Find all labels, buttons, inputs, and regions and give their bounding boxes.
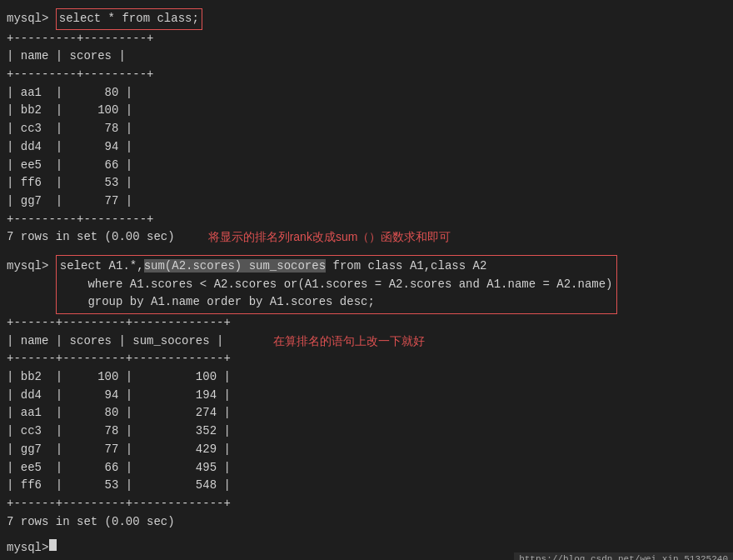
table2-header: | name | scores | sum_socores | <box>7 332 223 351</box>
table2-row-3: | cc3 | 78 | 352 | <box>7 422 726 441</box>
table2-header-row: | name | scores | sum_socores | 在算排名的语句上… <box>7 332 726 351</box>
table2-row-4: | gg7 | 77 | 429 | <box>7 441 726 459</box>
table1-row-3: | dd4 | 94 | <box>7 138 726 157</box>
table1-row-1: | bb2 | 100 | <box>7 102 726 120</box>
table1-sep-bot: +---------+---------+ <box>7 211 726 229</box>
query2-line1-prefix: select A1.*, <box>60 259 144 272</box>
query2-line1: mysql> select A1.*,sum(A2.scores) sum_so… <box>7 255 726 314</box>
table1-footer: 7 rows in set (0.00 sec) <box>7 228 175 247</box>
footer-url: https://blog.csdn.net/wei_xin_51325240 <box>514 552 733 560</box>
query2-sum-highlight: sum(A2.scores) sum_socores <box>144 259 326 272</box>
query2-line1-suffix: from class A1,class A2 <box>326 259 486 272</box>
prompt1: mysql> <box>7 10 56 28</box>
cursor <box>49 539 57 551</box>
table2-row-1: | dd4 | 94 | 194 | <box>7 387 726 405</box>
table1-row-5: | ff6 | 53 | <box>7 174 726 192</box>
table1-sep-mid: +---------+---------+ <box>7 66 726 84</box>
prompt2: mysql> <box>7 258 56 276</box>
table1-row-0: | aa1 | 80 | <box>7 84 726 102</box>
table2-row-2: | aa1 | 80 | 274 | <box>7 404 726 422</box>
table1-row-6: | gg7 | 77 | <box>7 192 726 211</box>
table2-sep-mid: +------+---------+-------------+ <box>7 350 726 368</box>
table1-row-4: | ee5 | 66 | <box>7 157 726 175</box>
last-prompt: mysql> <box>7 539 48 558</box>
table1-row-2: | cc3 | 78 | <box>7 120 726 138</box>
table2-row-5: | ee5 | 66 | 495 | <box>7 459 726 478</box>
terminal: mysql> select * from class; +---------+-… <box>0 0 733 560</box>
table2-sep-bot: +------+---------+-------------+ <box>7 495 726 513</box>
annotation1: 将显示的排名列rank改成sum（）函数求和即可 <box>208 230 451 245</box>
table1-sep-top: +---------+---------+ <box>7 30 726 48</box>
query2-block: mysql> select A1.*,sum(A2.scores) sum_so… <box>7 255 726 314</box>
table2-footer: 7 rows in set (0.00 sec) <box>7 513 726 532</box>
annotation2: 在算排名的语句上改一下就好 <box>273 334 425 349</box>
query2-line3: group by A1.name order by A1.scores desc… <box>60 295 375 308</box>
query2-line2: where A1.scores < A2.scores or(A1.scores… <box>60 278 613 291</box>
table2-row-6: | ff6 | 53 | 548 | <box>7 477 726 495</box>
query1-line: mysql> select * from class; <box>7 8 726 30</box>
table1-footer-row: 7 rows in set (0.00 sec) 将显示的排名列rank改成su… <box>7 228 726 247</box>
query2-box: select A1.*,sum(A2.scores) sum_socores f… <box>56 255 617 314</box>
query1-cmd: select * from class; <box>56 8 202 30</box>
table2-row-0: | bb2 | 100 | 100 | <box>7 368 726 387</box>
table1-header: | name | scores | <box>7 48 726 66</box>
table2-sep-top: +------+---------+-------------+ <box>7 314 726 332</box>
